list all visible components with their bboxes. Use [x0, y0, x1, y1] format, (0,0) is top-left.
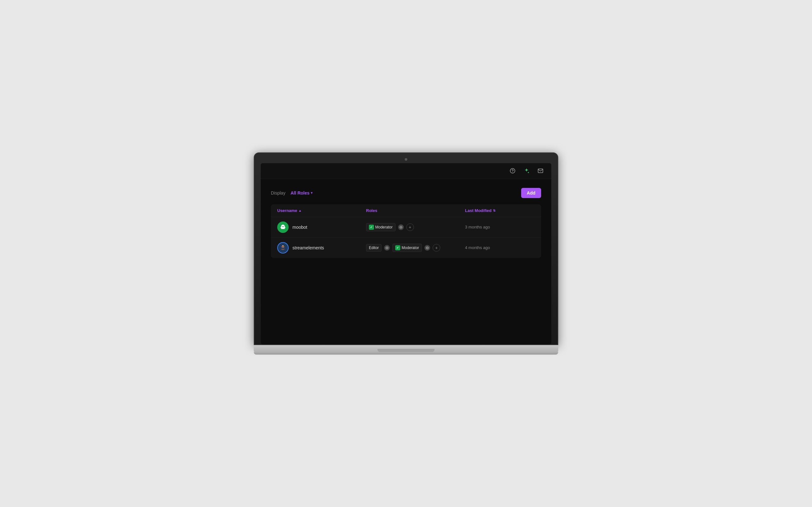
editor-label: Editor	[369, 245, 379, 250]
add-role-button-moobot[interactable]: +	[406, 223, 414, 231]
roles-cell-moobot: ✔ Moderator ⊖ +	[366, 223, 465, 231]
last-modified-sort-icon: ⇅	[493, 209, 496, 212]
laptop-bottom	[254, 352, 558, 354]
last-modified-streamelements: 4 months ago	[465, 245, 535, 250]
display-label: Display	[271, 190, 286, 195]
help-icon[interactable]	[508, 166, 517, 175]
user-cell-moobot: moobot	[277, 222, 366, 233]
remove-editor-role-button[interactable]: ⊖	[384, 245, 390, 250]
last-modified-column-header[interactable]: Last Modified ⇅	[465, 208, 535, 213]
moderator-icon: ✔	[369, 225, 374, 230]
avatar-moobot	[277, 222, 289, 233]
username-moobot: moobot	[293, 225, 307, 230]
screen: Display All Roles ▾ Add Username	[261, 163, 551, 345]
username-streamelements: streamelements	[293, 245, 324, 250]
filter-bar: Display All Roles ▾ Add	[271, 188, 541, 198]
filter-left: Display All Roles ▾	[271, 189, 315, 197]
user-cell-streamelements: streamelements	[277, 242, 366, 253]
laptop-body: Display All Roles ▾ Add Username	[254, 153, 558, 345]
add-role-button-streamelements[interactable]: +	[433, 244, 440, 251]
laptop-base	[254, 345, 558, 352]
roles-col-label: Roles	[366, 208, 377, 213]
remove-moderator-role-button[interactable]: ⊖	[398, 224, 404, 230]
last-modified-col-label: Last Modified	[465, 208, 492, 213]
moderator-role-badge-2: ✔ Moderator	[392, 244, 422, 252]
username-col-label: Username	[277, 208, 297, 213]
editor-role-badge: Editor	[366, 244, 382, 251]
all-roles-dropdown[interactable]: All Roles ▾	[288, 189, 315, 197]
main-content: Display All Roles ▾ Add Username	[261, 179, 551, 267]
moderator-label: Moderator	[375, 225, 393, 229]
table-row: moobot ✔ Moderator ⊖ + 3 months ago	[271, 217, 541, 238]
mail-icon[interactable]	[536, 166, 545, 175]
last-modified-moobot: 3 months ago	[465, 225, 535, 229]
moderator-label-2: Moderator	[402, 245, 419, 250]
add-button[interactable]: Add	[521, 188, 541, 198]
moderator-icon-2: ✔	[395, 245, 400, 250]
roles-dropdown-label: All Roles	[291, 190, 310, 195]
roles-cell-streamelements: Editor ⊖ ✔ Moderator ⊖ +	[366, 244, 465, 252]
avatar-streamelements	[277, 242, 289, 253]
table-row: streamelements Editor ⊖ ✔ Moderator ⊖	[271, 238, 541, 258]
chevron-down-icon: ▾	[311, 191, 312, 194]
ai-sparkle-icon[interactable]	[522, 166, 531, 175]
users-table: Username ▲ Roles Last Modified ⇅	[271, 205, 541, 258]
camera	[405, 158, 407, 161]
moderator-role-badge: ✔ Moderator	[366, 223, 396, 231]
laptop-frame: Display All Roles ▾ Add Username	[254, 153, 558, 355]
topbar	[261, 163, 551, 179]
remove-moderator-role-button-2[interactable]: ⊖	[424, 245, 430, 250]
roles-column-header[interactable]: Roles	[366, 208, 465, 213]
username-column-header[interactable]: Username ▲	[277, 208, 366, 213]
username-sort-icon: ▲	[299, 209, 302, 212]
table-header: Username ▲ Roles Last Modified ⇅	[271, 205, 541, 217]
